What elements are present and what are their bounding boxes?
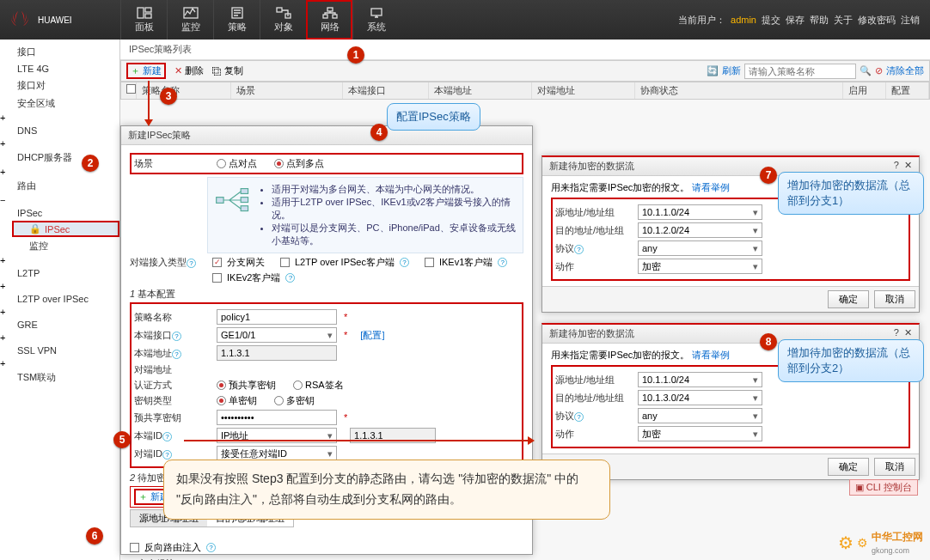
expand-icon[interactable]: +	[0, 307, 5, 317]
cli-console-button[interactable]: ▣CLI 控制台	[849, 479, 918, 496]
help-icon[interactable]: ?	[172, 350, 181, 359]
link-logout[interactable]: 注销	[901, 14, 920, 27]
expand-icon[interactable]: +	[0, 281, 5, 291]
expand-icon[interactable]: +	[0, 138, 5, 149]
help-icon[interactable]: ?	[162, 432, 172, 441]
sidebar-item-l2tpipsec[interactable]: L2TP over IPSec	[0, 291, 119, 307]
radio-singlekey[interactable]: 单密钥	[217, 394, 257, 407]
help-icon[interactable]: ?	[285, 273, 295, 283]
expand-icon[interactable]: +	[0, 167, 5, 177]
sidebar-item-ipsec-group[interactable]: IPSec	[0, 205, 119, 221]
sidebar-item-interface[interactable]: 接口	[0, 43, 119, 61]
expand-icon[interactable]: +	[0, 255, 5, 265]
annotation-1: 1	[347, 46, 364, 64]
svg-rect-13	[241, 198, 248, 203]
psk-input[interactable]: ••••••••••	[217, 410, 337, 425]
sidebar-item-gre[interactable]: GRE	[0, 317, 119, 332]
example-link[interactable]: 请看举例	[692, 182, 730, 192]
sidebar-item-lte[interactable]: LTE 4G	[0, 61, 119, 76]
selectall-checkbox[interactable]	[126, 84, 136, 94]
example-link[interactable]: 请看举例	[692, 350, 730, 360]
help-icon[interactable]: ?	[206, 543, 216, 552]
tab-system[interactable]: 系统	[352, 0, 399, 40]
radio-rsa[interactable]: RSA签名	[293, 379, 344, 392]
radio-multikey[interactable]: 多密钥	[274, 394, 315, 407]
delete-button[interactable]: ✕删除	[174, 64, 204, 77]
clear-button[interactable]: 清除全部	[886, 64, 924, 77]
grid-header: 策略名称 场景 本端接口 本端地址 对端地址 协商状态 启用 配置	[120, 82, 930, 100]
chevron-down-icon: ▾	[753, 261, 758, 272]
help-icon[interactable]: ?	[894, 160, 899, 170]
config-link[interactable]: [配置]	[360, 329, 384, 342]
expand-icon[interactable]: +	[0, 358, 5, 368]
list-title: IPSec策略列表	[129, 43, 192, 56]
local-if-select[interactable]: GE1/0/1▾	[217, 327, 337, 343]
help-icon[interactable]: ?	[574, 412, 584, 422]
search-icon[interactable]: 🔍	[860, 65, 872, 76]
sidebar-item-ipsec-monitor[interactable]: 监控	[12, 237, 119, 255]
tab-object[interactable]: 对象	[260, 0, 306, 40]
chk-ike2[interactable]	[212, 273, 222, 283]
chk-l2tp[interactable]	[280, 258, 290, 267]
copy-button[interactable]: ⿻复制	[212, 64, 243, 77]
radio-psk[interactable]: 预共享密钥	[217, 379, 276, 392]
proto-select[interactable]: any▾	[638, 240, 762, 256]
close-icon[interactable]: ✕	[904, 327, 912, 338]
help-icon[interactable]: ?	[187, 259, 196, 268]
action-select[interactable]: 加密▾	[638, 426, 762, 441]
expand-icon[interactable]: +	[0, 332, 5, 343]
refresh-button[interactable]: 刷新	[722, 64, 741, 77]
close-icon[interactable]: ✕	[904, 160, 912, 170]
annotation-7: 7	[760, 167, 777, 184]
src-addr-input[interactable]: 10.1.1.0/24▾	[638, 204, 762, 220]
cancel-button[interactable]: 取消	[874, 458, 915, 476]
sidebar-item-seczone[interactable]: 安全区域	[0, 94, 119, 113]
sidebar-item-l2tp[interactable]: L2TP	[0, 265, 119, 281]
tab-monitor[interactable]: 监控	[167, 0, 213, 40]
link-about[interactable]: 关于	[834, 14, 853, 27]
help-icon[interactable]: ?	[172, 332, 181, 341]
sidebar-item-ipsec[interactable]: 🔒IPSec	[12, 221, 119, 237]
tab-network[interactable]: 网络	[306, 0, 352, 40]
help-icon[interactable]: ?	[400, 258, 409, 267]
radio-p2p[interactable]: 点对点	[217, 157, 257, 170]
ok-button[interactable]: 确定	[828, 458, 869, 476]
dst-addr-input[interactable]: 10.1.3.0/24▾	[638, 390, 762, 405]
expand-icon[interactable]: +	[0, 113, 5, 123]
sidebar-item-dns[interactable]: DNS	[0, 123, 119, 138]
chk-branch[interactable]	[212, 258, 222, 267]
chk-reverse-route[interactable]	[130, 543, 139, 552]
watermark: ⚙ ⚙ 中华工控网gkong.com	[838, 530, 923, 555]
dst-addr-input[interactable]: 10.1.2.0/24▾	[638, 222, 762, 238]
search-input[interactable]	[744, 64, 856, 79]
help-icon[interactable]: ?	[894, 327, 899, 338]
sidebar-item-dhcp[interactable]: DHCP服务器	[0, 149, 119, 167]
help-icon[interactable]: ?	[574, 245, 584, 254]
src-addr-input[interactable]: 10.1.1.0/24▾	[638, 372, 762, 387]
radio-p2mp[interactable]: 点到多点	[274, 157, 324, 170]
sidebar-item-sslvpn[interactable]: SSL VPN	[0, 343, 119, 358]
help-icon[interactable]: ?	[498, 258, 507, 267]
sidebar-item-tsm[interactable]: TSM联动	[0, 368, 119, 387]
policy-name-input[interactable]: policy1	[217, 309, 337, 325]
svg-rect-9	[333, 15, 337, 18]
ok-button[interactable]: 确定	[828, 290, 869, 308]
svg-rect-11	[217, 198, 223, 204]
cancel-button[interactable]: 取消	[874, 290, 915, 308]
sidebar-item-ifpair[interactable]: 接口对	[0, 76, 119, 94]
add-button[interactable]: ＋新建	[126, 63, 166, 79]
action-select[interactable]: 加密▾	[638, 259, 762, 274]
chk-ike1[interactable]	[425, 258, 434, 267]
help-icon[interactable]: ?	[162, 450, 172, 460]
chevron-down-icon: ▾	[327, 330, 333, 341]
callout-4: 配置IPSec策略	[387, 103, 480, 131]
tab-policy[interactable]: 策略	[213, 0, 260, 40]
expand-icon[interactable]: −	[0, 195, 5, 205]
link-help[interactable]: 帮助	[810, 14, 829, 27]
link-changepwd[interactable]: 修改密码	[858, 14, 896, 27]
sidebar-item-route[interactable]: 路由	[0, 177, 119, 195]
proto-select[interactable]: any▾	[638, 408, 762, 423]
tab-dashboard[interactable]: 面板	[120, 0, 167, 40]
link-submit[interactable]: 提交	[762, 14, 780, 27]
link-save[interactable]: 保存	[786, 14, 805, 27]
